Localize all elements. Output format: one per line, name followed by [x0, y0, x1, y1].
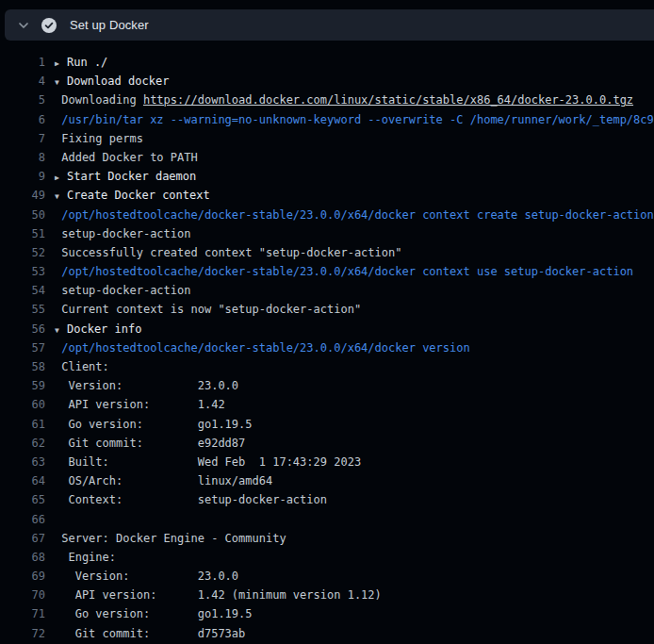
line-content: /usr/bin/tar xz --warning=no-unknown-key…: [55, 110, 654, 129]
line-number[interactable]: 71: [0, 604, 45, 623]
line-number[interactable]: 50: [0, 206, 45, 224]
log-line: 51 setup-docker-action: [0, 224, 654, 243]
group-label: Start Docker daemon: [67, 170, 196, 183]
log-line: 63 Built: Wed Feb 1 17:43:29 2023: [0, 453, 654, 471]
line-number[interactable]: 8: [0, 148, 45, 167]
line-number[interactable]: 70: [0, 586, 45, 604]
line-text: OS/Arch: linux/amd64: [55, 474, 272, 487]
line-content: Server: Docker Engine - Community: [55, 529, 286, 548]
log-group-line[interactable]: 9▶Start Docker daemon: [0, 167, 654, 186]
collapse-arrow-icon[interactable]: ▼: [55, 74, 67, 91]
line-number[interactable]: 62: [0, 434, 45, 453]
log-group-line[interactable]: 4▼Download docker: [0, 72, 654, 91]
line-number[interactable]: 56: [0, 320, 45, 339]
log-line: 70 API version: 1.42 (minimum version 1.…: [0, 586, 654, 604]
line-number[interactable]: 57: [0, 339, 45, 357]
log-line: 58 Client:: [0, 357, 654, 376]
expand-arrow-icon[interactable]: ▶: [55, 55, 67, 72]
collapse-arrow-icon[interactable]: ▼: [55, 188, 67, 205]
log-line: 61 Go version: go1.19.5: [0, 415, 654, 434]
log-group-line[interactable]: 49▼Create Docker context: [0, 186, 654, 205]
line-content: OS/Arch: linux/amd64: [55, 471, 272, 490]
line-text: Successfully created context "setup-dock…: [55, 246, 401, 259]
line-number[interactable]: 6: [0, 110, 45, 129]
line-content: Added Docker to PATH: [55, 148, 198, 167]
line-text: Client:: [55, 360, 109, 373]
line-number[interactable]: 52: [0, 243, 45, 262]
log-line: 64 OS/Arch: linux/amd64: [0, 471, 654, 490]
line-number[interactable]: 4: [0, 72, 45, 91]
line-number[interactable]: 69: [0, 567, 45, 586]
log-line: 57 /opt/hostedtoolcache/docker-stable/23…: [0, 339, 654, 357]
group-label: Docker info: [67, 322, 141, 336]
line-content: Successfully created context "setup-dock…: [55, 243, 401, 262]
log-line: 65 Context: setup-docker-action: [0, 490, 654, 509]
log-line: 71 Go version: go1.19.5: [0, 604, 654, 623]
log-line: 68 Engine:: [0, 548, 654, 567]
line-number[interactable]: 66: [0, 510, 45, 529]
log-group-line[interactable]: 1▶Run ./: [0, 53, 654, 72]
line-content: ▼Download docker: [55, 72, 169, 91]
line-content: Go version: go1.19.5: [55, 604, 253, 623]
line-number[interactable]: 51: [0, 224, 45, 243]
line-number[interactable]: 9: [0, 167, 45, 186]
line-content: Git commit: d7573ab: [55, 624, 245, 643]
line-number[interactable]: 53: [0, 262, 45, 281]
line-number[interactable]: 5: [0, 91, 45, 109]
line-number[interactable]: 64: [0, 471, 45, 490]
line-number[interactable]: 72: [0, 624, 45, 643]
line-number[interactable]: 7: [0, 129, 45, 148]
line-content: Context: setup-docker-action: [55, 490, 327, 509]
line-text: Go version: go1.19.5: [55, 418, 253, 431]
line-number[interactable]: 58: [0, 357, 45, 376]
line-content: ▼Create Docker context: [55, 186, 210, 205]
line-content: Engine:: [55, 548, 116, 567]
log-line: 55 Current context is now "setup-docker-…: [0, 300, 654, 319]
step-header[interactable]: Set up Docker: [5, 9, 654, 41]
log-line: 6 /usr/bin/tar xz --warning=no-unknown-k…: [0, 110, 654, 129]
line-number[interactable]: 65: [0, 490, 45, 509]
line-text: Version: 23.0.0: [55, 570, 238, 583]
group-label: Download docker: [67, 74, 169, 88]
line-number[interactable]: 60: [0, 395, 45, 414]
line-content: API version: 1.42 (minimum version 1.12): [55, 586, 382, 604]
line-number[interactable]: 1: [0, 53, 45, 72]
line-content: Downloading https://download.docker.com/…: [55, 91, 633, 109]
line-text: Fixing perms: [55, 132, 143, 145]
log-line: 67 Server: Docker Engine - Community: [0, 529, 654, 548]
line-number[interactable]: 59: [0, 376, 45, 395]
line-text: Added Docker to PATH: [55, 151, 198, 164]
line-content: Git commit: e92dd87: [55, 434, 245, 453]
line-text: Engine:: [55, 551, 116, 564]
line-text: Git commit: d7573ab: [55, 627, 245, 640]
group-label: Run ./: [67, 56, 107, 69]
line-content: Version: 23.0.0: [55, 567, 238, 586]
line-content: Version: 23.0.0: [55, 376, 238, 395]
line-number[interactable]: 49: [0, 186, 45, 205]
log-line: 59 Version: 23.0.0: [0, 376, 654, 395]
log-line: 69 Version: 23.0.0: [0, 567, 654, 586]
line-number[interactable]: 55: [0, 300, 45, 319]
line-number[interactable]: 63: [0, 453, 45, 471]
line-text: Version: 23.0.0: [55, 379, 238, 392]
line-content: Client:: [55, 357, 109, 376]
line-content: ▼Docker info: [55, 320, 141, 339]
log-line: 8 Added Docker to PATH: [0, 148, 654, 167]
log-group-line[interactable]: 56▼Docker info: [0, 320, 654, 339]
line-text: Current context is now "setup-docker-act…: [55, 303, 361, 316]
download-url-link[interactable]: https://download.docker.com/linux/static…: [143, 93, 633, 107]
line-number[interactable]: 61: [0, 415, 45, 434]
line-number[interactable]: 68: [0, 548, 45, 567]
log-line: 52 Successfully created context "setup-d…: [0, 243, 654, 262]
line-text: API version: 1.42: [55, 398, 225, 411]
log-line: 62 Git commit: e92dd87: [0, 434, 654, 453]
line-number[interactable]: 67: [0, 529, 45, 548]
line-text: /opt/hostedtoolcache/docker-stable/23.0.…: [55, 265, 633, 278]
collapse-arrow-icon[interactable]: ▼: [55, 322, 67, 339]
line-text: Context: setup-docker-action: [55, 493, 327, 506]
group-label: Create Docker context: [67, 189, 210, 202]
chevron-down-icon[interactable]: [18, 20, 29, 31]
line-text: Git commit: e92dd87: [55, 437, 245, 450]
line-number[interactable]: 54: [0, 281, 45, 300]
expand-arrow-icon[interactable]: ▶: [55, 169, 67, 186]
